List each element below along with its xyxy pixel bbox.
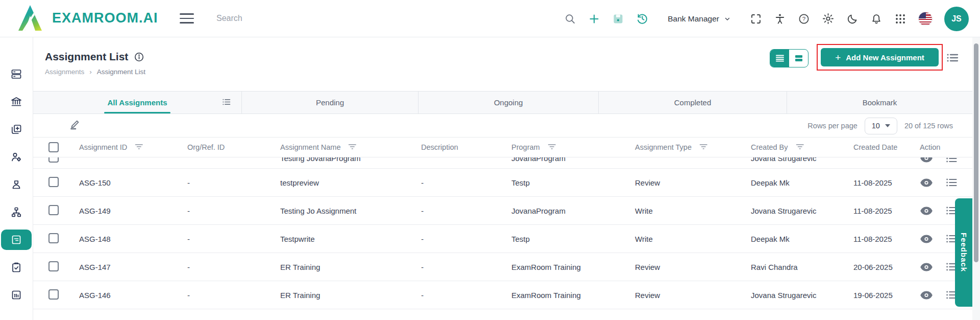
cell-program: JovanaProgram (511, 207, 635, 215)
column-header[interactable]: Assignment ID (79, 143, 187, 152)
filter-icon[interactable] (348, 143, 357, 152)
cell-assignment-type: Review (635, 263, 751, 271)
column-header[interactable]: Created Date (853, 143, 920, 151)
column-header[interactable]: Action (920, 143, 972, 151)
column-label: Created By (751, 143, 788, 151)
row-menu-icon[interactable] (945, 157, 958, 164)
cell-assignment-id: ASG-149 (79, 207, 187, 215)
fullscreen-icon[interactable] (750, 13, 762, 25)
list-view-button[interactable] (770, 50, 789, 67)
examroom-app: EXAMROOM.AI Bank Manager (0, 0, 980, 320)
breadcrumb-root[interactable]: Assignments (45, 68, 84, 76)
view-icon[interactable] (920, 157, 933, 163)
sidebar-item-user[interactable] (1, 174, 32, 195)
search-icon[interactable] (564, 13, 576, 25)
scrollbar-thumb[interactable] (974, 43, 978, 262)
plus-icon[interactable] (588, 13, 600, 25)
assignment-tabs: All Assignments Pending Ongoing Complete… (33, 91, 972, 114)
save-icon[interactable] (612, 13, 624, 25)
help-icon[interactable]: ? (798, 13, 810, 25)
language-flag-icon[interactable] (918, 12, 933, 26)
sidebar-item-assignments[interactable] (1, 230, 32, 250)
table-toolbar: Rows per page 10 20 of 125 rows (33, 114, 972, 137)
filter-icon[interactable] (548, 143, 556, 152)
row-checkbox[interactable] (48, 177, 59, 187)
page-size-select[interactable]: 10 (865, 118, 897, 134)
row-menu-icon[interactable] (945, 177, 958, 188)
cell-assignment-id: ASG-147 (79, 263, 187, 271)
menu-toggle-icon[interactable] (180, 13, 194, 24)
column-label: Created Date (853, 143, 897, 151)
column-header[interactable]: Created By (751, 143, 853, 152)
history-icon[interactable] (636, 12, 649, 25)
sidebar-item-org-chart[interactable] (1, 202, 32, 222)
table-row[interactable]: ASG-148 - Testpwrite - Testp Write Deepa… (33, 225, 972, 253)
row-checkbox[interactable] (48, 205, 59, 215)
info-icon[interactable] (134, 52, 144, 62)
global-search-input[interactable] (216, 9, 410, 28)
tab-label: Bookmark (863, 98, 897, 107)
row-checkbox[interactable] (48, 157, 59, 163)
page-size-value: 10 (872, 122, 880, 130)
card-view-icon (794, 54, 803, 62)
sidebar-item-servers[interactable] (1, 64, 32, 84)
cell-program: ExamRoom Training (511, 291, 635, 300)
user-avatar[interactable]: JS (944, 7, 969, 31)
select-all-checkbox[interactable] (48, 142, 59, 152)
cell-assignment-type: Review (635, 178, 751, 187)
column-header[interactable]: Org/Ref. ID (187, 143, 280, 151)
tab-bookmark[interactable]: Bookmark (787, 92, 972, 113)
add-new-assignment-button[interactable]: + Add New Assignment (821, 48, 939, 66)
edit-icon[interactable] (69, 118, 82, 132)
column-header[interactable]: Assignment Type (635, 143, 751, 152)
table-row[interactable]: ASG-149 - Testing Jo Assignment - Jovana… (33, 197, 972, 225)
column-header[interactable]: Assignment Name (280, 143, 421, 152)
table-row[interactable]: ASG-150 - testpreview - Testp Review Dee… (33, 169, 972, 197)
tab-menu-icon[interactable] (222, 98, 231, 108)
sidebar-item-reports[interactable] (1, 285, 32, 305)
accessibility-icon[interactable] (774, 13, 786, 25)
view-icon[interactable] (920, 262, 933, 272)
tab-all-assignments[interactable]: All Assignments (33, 92, 242, 113)
role-selector[interactable]: Bank Manager (668, 14, 731, 24)
cell-created-by: Deepak Mk (751, 178, 853, 187)
sidebar-item-user-settings[interactable] (1, 147, 32, 167)
notifications-icon[interactable] (870, 13, 883, 25)
filter-icon[interactable] (796, 143, 804, 152)
sidebar-item-copy-plus[interactable] (1, 119, 32, 140)
examroom-logo[interactable]: EXAMROOM.AI (18, 5, 158, 31)
org-chart-icon (10, 206, 22, 218)
filter-icon[interactable] (699, 143, 708, 152)
cell-assignment-id: ASG-150 (79, 178, 187, 187)
view-icon[interactable] (920, 290, 933, 300)
sidebar-item-bank[interactable] (1, 92, 32, 112)
chevron-down-icon (724, 15, 731, 22)
dark-mode-icon[interactable] (846, 13, 859, 25)
list-options-icon[interactable] (945, 51, 960, 66)
tab-completed[interactable]: Completed (599, 92, 787, 113)
column-header[interactable]: Program (511, 143, 635, 152)
top-header: EXAMROOM.AI Bank Manager (0, 0, 980, 37)
view-icon[interactable] (920, 206, 933, 216)
view-icon[interactable] (920, 178, 933, 188)
cell-description: - (421, 178, 511, 187)
row-checkbox[interactable] (48, 289, 59, 300)
tab-ongoing[interactable]: Ongoing (419, 92, 599, 113)
row-checkbox[interactable] (48, 261, 59, 271)
cell-created-date: 11-08-2025 (853, 178, 920, 187)
tab-pending[interactable]: Pending (242, 92, 419, 113)
sidebar-item-tasks[interactable] (1, 257, 32, 278)
apps-grid-icon[interactable] (894, 13, 906, 25)
cell-assignment-name: Testing Jo Assignment (280, 207, 421, 215)
table-row[interactable]: ASG-146 - ER Training - ExamRoom Trainin… (33, 281, 972, 309)
row-checkbox[interactable] (48, 233, 59, 243)
card-view-button[interactable] (789, 50, 808, 67)
cell-org-ref-id: - (187, 235, 280, 243)
column-header[interactable]: Description (421, 143, 511, 151)
vertical-scrollbar[interactable] (972, 37, 980, 320)
view-icon[interactable] (920, 234, 933, 244)
table-row[interactable]: ASG-147 - ER Training - ExamRoom Trainin… (33, 253, 972, 281)
filter-icon[interactable] (135, 143, 143, 152)
settings-icon[interactable] (822, 12, 835, 25)
feedback-tab[interactable]: Feedback (955, 198, 972, 307)
